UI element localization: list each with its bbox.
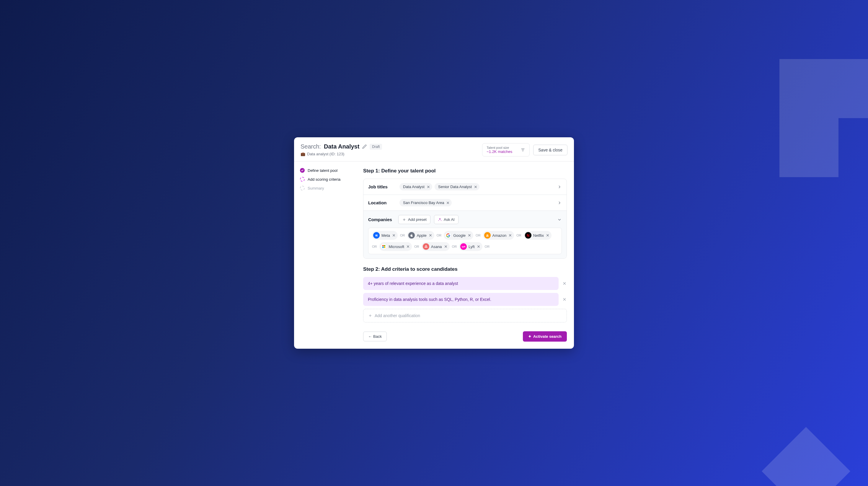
tag-label: Senior Data Analyst <box>438 185 472 189</box>
company-chip-microsoft: Microsoft <box>379 242 412 251</box>
step-label: Define talent pool <box>308 168 337 173</box>
search-config-card: Search: Data Analyst Draft 💼 Data analys… <box>294 137 574 349</box>
sparkle-icon: ✦ <box>528 334 531 339</box>
location-row[interactable]: Location San Francisco Bay Area <box>364 195 566 211</box>
ask-ai-button[interactable]: Ask AI <box>434 215 459 224</box>
job-titles-row[interactable]: Job titles Data AnalystSenior Data Analy… <box>364 179 566 195</box>
svg-rect-21 <box>382 245 384 247</box>
companies-row: Companies Add preset Ask AI MetaORAppleO… <box>364 211 566 259</box>
tag-label: Data Analyst <box>403 185 425 189</box>
company-remove-icon[interactable] <box>444 244 448 249</box>
chevron-right-icon[interactable] <box>557 201 562 205</box>
company-name: Amazon <box>492 233 507 238</box>
add-criterion-label: Add another qualification <box>375 313 420 318</box>
company-remove-icon[interactable] <box>546 233 550 237</box>
tag: Senior Data Analyst <box>435 183 479 190</box>
company-name: Apple <box>416 233 426 238</box>
company-chip-apple: Apple <box>407 231 434 240</box>
job-titles-label: Job titles <box>368 184 395 189</box>
step2-title: Step 2: Add criteria to score candidates <box>363 266 567 272</box>
svg-point-29 <box>426 247 427 248</box>
title-row: Search: Data Analyst Draft <box>301 143 382 150</box>
plus-icon <box>368 313 372 318</box>
company-name: Asana <box>431 244 442 249</box>
criterion-text[interactable]: 4+ years of relevant experience as a dat… <box>363 277 559 290</box>
company-remove-icon[interactable] <box>406 244 410 249</box>
plus-icon <box>402 218 406 222</box>
companies-label: Companies <box>368 217 395 222</box>
svg-rect-23 <box>382 247 384 248</box>
sidebar-step-define[interactable]: Define talent pool <box>300 168 356 173</box>
or-separator: OR <box>476 234 480 237</box>
tag-label: San Francisco Bay Area <box>403 201 444 205</box>
company-name: Microsoft <box>389 244 404 249</box>
company-remove-icon[interactable] <box>467 233 471 237</box>
draft-badge: Draft <box>370 144 382 150</box>
header-left: Search: Data Analyst Draft 💼 Data analys… <box>301 143 382 156</box>
briefcase-icon: 💼 <box>301 152 305 156</box>
sidebar-step-scoring[interactable]: Add scoring criteria <box>300 177 356 182</box>
or-separator: OR <box>516 234 521 237</box>
company-remove-icon[interactable] <box>476 244 480 249</box>
tag: Data Analyst <box>399 183 432 190</box>
or-separator: OR <box>400 234 405 237</box>
criterion-row: 4+ years of relevant experience as a dat… <box>363 277 567 290</box>
companies-header: Companies Add preset Ask AI <box>368 215 562 224</box>
step-label: Summary <box>308 186 324 190</box>
subtitle-text: Data analyst (ID: 123) <box>307 152 344 156</box>
activate-search-button[interactable]: ✦ Activate search <box>523 331 567 342</box>
svg-rect-22 <box>384 245 385 247</box>
body: Define talent pool Add scoring criteria … <box>294 161 574 349</box>
company-name: Google <box>453 233 466 238</box>
title-prefix: Search: <box>301 143 321 150</box>
or-separator: OR <box>452 245 457 248</box>
sparkle-icon <box>438 218 442 222</box>
check-icon <box>300 168 305 173</box>
filters-accordion: Job titles Data AnalystSenior Data Analy… <box>363 179 567 259</box>
company-remove-icon[interactable] <box>428 233 433 237</box>
job-titles-tags: Data AnalystSenior Data Analyst <box>399 183 552 190</box>
company-name: Netflix <box>533 233 544 238</box>
chevron-down-icon[interactable] <box>557 217 562 222</box>
filter-icon[interactable] <box>521 148 525 152</box>
or-separator: OR <box>437 234 442 237</box>
tag-remove-icon[interactable] <box>473 185 478 189</box>
arrow-left-icon: ← <box>368 334 372 339</box>
pool-size-label: Talent pool size <box>487 146 512 149</box>
criterion-remove-icon[interactable] <box>562 297 567 302</box>
company-chip-amazon: aAmazon <box>483 231 514 240</box>
step1-title: Step 1: Define your talent pool <box>363 168 567 174</box>
or-separator: OR <box>372 245 377 248</box>
edit-icon[interactable] <box>362 144 367 149</box>
criterion-text[interactable]: Proficiency in data analysis tools such … <box>363 293 559 306</box>
company-name: Lyft <box>469 244 474 249</box>
company-chip-meta: Meta <box>372 231 398 240</box>
footer-actions: ← Back ✦ Activate search <box>363 331 567 342</box>
step-dot-icon <box>300 186 305 190</box>
company-remove-icon[interactable] <box>508 233 512 237</box>
search-title: Data Analyst <box>324 143 359 150</box>
tag-remove-icon[interactable] <box>446 201 450 205</box>
criterion-remove-icon[interactable] <box>562 281 567 286</box>
or-separator: OR <box>485 245 490 248</box>
tag: San Francisco Bay Area <box>399 199 452 206</box>
criteria-list: 4+ years of relevant experience as a dat… <box>363 277 567 309</box>
save-close-button[interactable]: Save & close <box>533 145 567 155</box>
talent-pool-box[interactable]: Talent pool size ~1.2K matches <box>482 143 530 156</box>
sidebar-step-summary[interactable]: Summary <box>300 186 356 190</box>
location-label: Location <box>368 200 395 205</box>
add-criterion-button[interactable]: Add another qualification <box>363 309 567 323</box>
main-content: Step 1: Define your talent pool Job titl… <box>356 161 574 349</box>
step-dot-icon <box>300 177 305 182</box>
chevron-right-icon[interactable] <box>557 185 562 189</box>
criterion-row: Proficiency in data analysis tools such … <box>363 293 567 306</box>
back-button[interactable]: ← Back <box>363 332 387 341</box>
add-preset-button[interactable]: Add preset <box>398 215 430 224</box>
svg-point-28 <box>425 247 426 248</box>
companies-list: MetaORAppleORGoogleORaAmazonORNNetflixOR… <box>368 227 562 254</box>
sidebar: Define talent pool Add scoring criteria … <box>294 161 356 349</box>
tag-remove-icon[interactable] <box>426 185 430 189</box>
company-chip-asana: Asana <box>422 242 450 251</box>
company-chip-google: Google <box>444 231 473 240</box>
company-remove-icon[interactable] <box>392 233 396 237</box>
